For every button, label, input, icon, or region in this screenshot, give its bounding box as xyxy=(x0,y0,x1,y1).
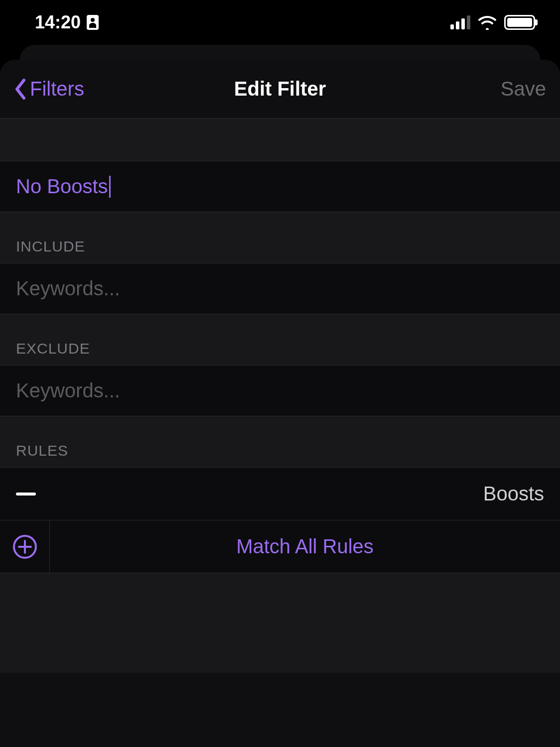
rule-label: Boosts xyxy=(483,483,544,505)
top-spacer xyxy=(0,119,560,161)
exclude-section-header-cell: EXCLUDE xyxy=(0,314,560,366)
include-keywords-cell[interactable]: Keywords... xyxy=(0,263,560,314)
filter-name-cell[interactable]: No Boosts xyxy=(0,161,560,212)
include-header: INCLUDE xyxy=(16,238,544,255)
edit-filter-sheet: Filters Edit Filter Save No Boosts INCLU… xyxy=(0,60,560,747)
status-right xyxy=(450,15,535,30)
save-button[interactable]: Save xyxy=(446,78,546,100)
add-rule-button[interactable] xyxy=(0,520,50,573)
wifi-icon xyxy=(477,15,497,30)
battery-icon xyxy=(504,15,535,30)
filter-name-input[interactable]: No Boosts xyxy=(16,175,108,198)
navbar: Filters Edit Filter Save xyxy=(0,60,560,119)
chevron-left-icon xyxy=(14,78,27,100)
cellular-signal-icon xyxy=(450,15,470,29)
exclude-keywords-placeholder: Keywords... xyxy=(16,379,120,402)
exclude-keywords-cell[interactable]: Keywords... xyxy=(0,366,560,416)
include-keywords-placeholder: Keywords... xyxy=(16,277,120,300)
plus-circle-icon xyxy=(12,534,37,559)
back-button[interactable]: Filters xyxy=(14,78,114,100)
rule-row[interactable]: Boosts xyxy=(0,468,560,520)
rules-section-header-cell: RULES xyxy=(0,416,560,468)
include-section-header-cell: INCLUDE xyxy=(0,212,560,263)
status-left: 14:20 xyxy=(35,12,99,33)
back-label: Filters xyxy=(30,78,84,100)
page-title: Edit Filter xyxy=(114,78,446,100)
text-cursor xyxy=(109,176,111,198)
id-badge-icon xyxy=(87,15,99,30)
match-row: Match All Rules xyxy=(0,520,560,573)
match-all-rules-button[interactable]: Match All Rules xyxy=(50,520,560,573)
rules-header: RULES xyxy=(16,442,544,459)
bottom-spacer xyxy=(0,573,560,673)
minus-icon xyxy=(16,493,36,496)
exclude-header: EXCLUDE xyxy=(16,340,544,357)
status-time: 14:20 xyxy=(35,12,81,33)
status-bar: 14:20 xyxy=(0,0,560,45)
